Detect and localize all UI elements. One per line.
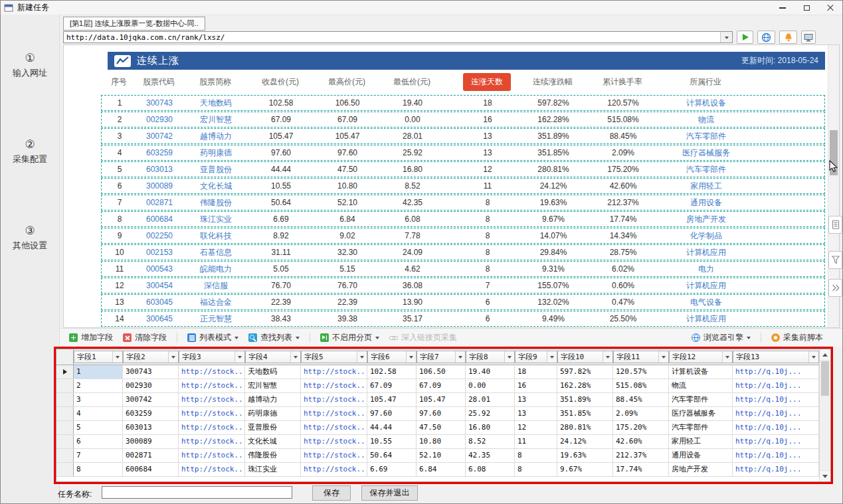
grid-row[interactable]: 8600684http://stock...珠江实业http://stock..… bbox=[56, 463, 830, 477]
grid-cell[interactable]: 47.50 bbox=[417, 421, 466, 434]
page-row[interactable]: 3300742越博动力105.47105.4728.0113351.89%88.… bbox=[101, 128, 825, 144]
page-cell[interactable]: 珠江实业 bbox=[188, 212, 244, 226]
grid-cell[interactable]: http://stock... bbox=[301, 463, 367, 476]
grid-cell[interactable]: http://q.10j... bbox=[733, 407, 819, 420]
grid-header-cell[interactable]: 字段8 bbox=[466, 351, 515, 363]
page-row[interactable]: 12300454深信服76.7076.7036.087155.07%0.60%计… bbox=[101, 278, 825, 294]
grid-row[interactable]: 1300743http://stock...天地数码http://stock..… bbox=[56, 365, 830, 379]
grid-header-cell[interactable]: 字段13 bbox=[733, 351, 819, 363]
page-cell[interactable]: 汽车零部件 bbox=[666, 129, 746, 143]
page-cell[interactable]: 300743 bbox=[131, 96, 188, 110]
grid-cell[interactable]: 351.89% bbox=[557, 393, 613, 406]
grid-cell[interactable]: 药明康德 bbox=[245, 407, 301, 420]
field-dropdown-button[interactable] bbox=[504, 351, 514, 363]
grid-cell[interactable]: 8 bbox=[515, 463, 557, 476]
grid-cell[interactable]: 伟隆股份 bbox=[245, 449, 301, 462]
grid-cell[interactable]: 文化长城 bbox=[245, 435, 301, 448]
grid-cell[interactable]: 医疗器械服务 bbox=[669, 407, 733, 420]
sidebar-step-other-settings[interactable]: ③ 其他设置 bbox=[1, 225, 59, 252]
page-cell[interactable]: 药明康德 bbox=[188, 145, 244, 160]
grid-cell[interactable]: 6 bbox=[74, 435, 123, 448]
grid-header-cell[interactable]: 字段7 bbox=[417, 351, 466, 363]
grid-cell[interactable]: 97.60 bbox=[367, 407, 417, 420]
page-cell[interactable]: 300742 bbox=[131, 129, 188, 143]
grid-cell[interactable]: 175.20% bbox=[613, 421, 669, 434]
page-cell[interactable]: 300089 bbox=[131, 179, 188, 193]
field-dropdown-button[interactable] bbox=[168, 351, 178, 363]
grid-header-cell[interactable]: 字段10 bbox=[557, 351, 613, 363]
field-dropdown-button[interactable] bbox=[455, 351, 465, 363]
page-row[interactable]: 4603259药明康德97.6097.6025.9213351.85%2.09%… bbox=[101, 145, 825, 161]
page-cell[interactable]: 300645 bbox=[131, 311, 188, 326]
grid-cell[interactable]: 67.09 bbox=[417, 379, 466, 392]
grid-cell[interactable]: 房地产开发 bbox=[669, 463, 733, 476]
grid-cell[interactable]: http://q.10j... bbox=[733, 421, 819, 434]
grid-cell[interactable]: 97.60 bbox=[417, 407, 466, 420]
grid-cell[interactable]: 24.12% bbox=[557, 435, 613, 448]
grid-cell[interactable]: http://q.10j... bbox=[733, 435, 819, 448]
grid-header-cell[interactable]: 字段12 bbox=[669, 351, 733, 363]
page-row[interactable]: 9002250联化科技8.929.027.78814.07%14.34%化学制品 bbox=[101, 228, 825, 244]
grid-cell[interactable]: 19.40 bbox=[466, 365, 515, 378]
page-row[interactable]: 14300645正元智慧38.4339.3835.1769.49%25.50%计… bbox=[101, 311, 825, 327]
clear-fields-button[interactable]: 清除字段 bbox=[123, 332, 167, 343]
grid-cell[interactable]: 13 bbox=[515, 407, 557, 420]
page-cell[interactable]: 603259 bbox=[131, 145, 188, 160]
task-name-input[interactable] bbox=[102, 486, 292, 499]
page-cell[interactable]: 越博动力 bbox=[188, 129, 244, 143]
grid-cell[interactable]: http://stock... bbox=[301, 421, 367, 434]
grid-cell[interactable]: 351.85% bbox=[557, 407, 613, 420]
page-row[interactable]: 13603045福达合金22.3922.3913.906132.02%0.47%… bbox=[101, 294, 825, 310]
page-row[interactable]: 10002153石基信息31.1132.3024.09829.84%28.75%… bbox=[101, 244, 825, 260]
grid-cell[interactable]: 515.08% bbox=[613, 379, 669, 392]
grid-cell[interactable]: 12 bbox=[515, 421, 557, 434]
page-cell[interactable]: 天地数码 bbox=[188, 96, 244, 110]
grid-cell[interactable]: 4 bbox=[74, 407, 123, 420]
grid-header-cell[interactable]: 字段11 bbox=[613, 351, 669, 363]
grid-cell[interactable]: 10.80 bbox=[417, 435, 466, 448]
grid-cell[interactable]: 10.55 bbox=[367, 435, 417, 448]
grid-cell[interactable]: 6.69 bbox=[367, 463, 417, 476]
grid-row[interactable]: 4603259http://stock...药明康德http://stock..… bbox=[56, 407, 830, 421]
grid-cell[interactable]: http://stock... bbox=[301, 435, 367, 448]
page-cell[interactable]: 600684 bbox=[131, 212, 188, 226]
grid-cell[interactable]: 6.84 bbox=[417, 463, 466, 476]
quick-tool-page-button[interactable] bbox=[828, 216, 842, 234]
grid-cell[interactable]: 计算机设备 bbox=[669, 365, 733, 378]
page-cell[interactable]: 医疗器械服务 bbox=[666, 145, 746, 160]
grid-cell[interactable]: 50.64 bbox=[367, 449, 417, 462]
grid-cell[interactable]: 19.63% bbox=[557, 449, 613, 462]
grid-cell[interactable]: 8 bbox=[74, 463, 123, 476]
grid-cell[interactable]: http://stock... bbox=[301, 407, 367, 420]
field-dropdown-button[interactable] bbox=[547, 351, 557, 363]
grid-cell[interactable]: 1 bbox=[74, 365, 123, 378]
grid-cell[interactable]: 9.67% bbox=[557, 463, 613, 476]
maximize-button[interactable] bbox=[795, 1, 818, 15]
scroll-down-button[interactable] bbox=[820, 470, 830, 481]
grid-cell[interactable]: http://stock... bbox=[301, 379, 367, 392]
page-cell[interactable]: 002871 bbox=[131, 195, 188, 210]
add-field-button[interactable]: 增加字段 bbox=[69, 332, 113, 343]
grid-cell[interactable]: 300742 bbox=[123, 393, 179, 406]
grid-cell[interactable]: 002871 bbox=[123, 449, 179, 462]
grid-row[interactable]: 3300742http://stock...越博动力http://stock..… bbox=[56, 393, 830, 407]
grid-row[interactable]: 5603013http://stock...亚普股份http://stock..… bbox=[56, 421, 830, 435]
quick-tool-filter-button[interactable] bbox=[828, 251, 842, 269]
grid-cell[interactable]: 宏川智慧 bbox=[245, 379, 301, 392]
open-in-browser-button[interactable] bbox=[757, 31, 775, 44]
grid-cell[interactable]: 603013 bbox=[123, 421, 179, 434]
field-dropdown-button[interactable] bbox=[357, 351, 367, 363]
grid-cell[interactable]: 0.00 bbox=[466, 379, 515, 392]
page-cell[interactable]: 伟隆股份 bbox=[188, 195, 244, 210]
grid-cell[interactable]: 300089 bbox=[123, 435, 179, 448]
grid-cell[interactable]: 越博动力 bbox=[245, 393, 301, 406]
run-button[interactable] bbox=[737, 31, 753, 44]
grid-header-cell[interactable]: 字段3 bbox=[179, 351, 245, 363]
page-row[interactable]: 1300743天地数码102.58106.5019.4018597.82%120… bbox=[101, 95, 825, 111]
field-dropdown-button[interactable] bbox=[234, 351, 244, 363]
page-cell[interactable]: 亚普股份 bbox=[188, 162, 244, 177]
grid-scroll-thumb[interactable] bbox=[821, 361, 829, 396]
browser-scroll-thumb[interactable] bbox=[830, 130, 838, 175]
page-cell[interactable]: 002250 bbox=[131, 228, 188, 243]
grid-cell[interactable]: 汽车零部件 bbox=[669, 421, 733, 434]
